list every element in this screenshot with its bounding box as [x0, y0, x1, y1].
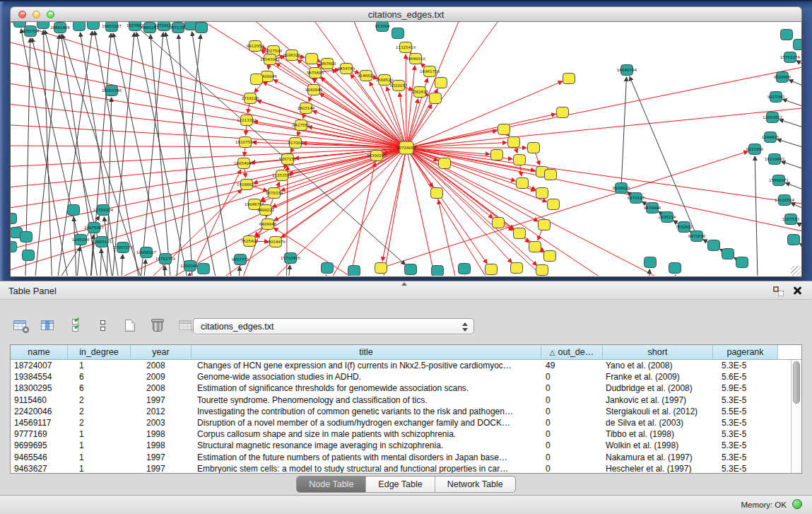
- graph-node[interactable]: 9671355: [170, 23, 187, 33]
- table-cell[interactable]: 5.5E-5: [713, 406, 778, 417]
- table-mode-icon[interactable]: [11, 316, 28, 334]
- graph-node[interactable]: [563, 74, 575, 84]
- table-cell[interactable]: 0: [541, 406, 603, 417]
- tab-network-table[interactable]: Network Table: [435, 477, 515, 492]
- table-cell[interactable]: 5.3E-5: [713, 428, 778, 440]
- table-cell[interactable]: Structural magnetic resonance image aver…: [192, 440, 541, 451]
- graph-node[interactable]: [459, 264, 471, 274]
- table-cell[interactable]: 1998: [131, 428, 192, 440]
- table-cell[interactable]: 5.3E-5: [713, 395, 778, 406]
- graph-node[interactable]: 19166825: [237, 180, 257, 190]
- graph-node[interactable]: 12905135: [92, 237, 112, 247]
- graph-node[interactable]: [14, 22, 26, 28]
- row-height-icon[interactable]: [94, 316, 111, 334]
- graph-node[interactable]: [392, 28, 404, 39]
- table-cell[interactable]: Dudbridge et al. (2008): [603, 382, 713, 394]
- table-cell[interactable]: 1: [68, 452, 131, 463]
- graph-node[interactable]: 5678334: [266, 188, 283, 199]
- table-cell[interactable]: Nakamura et al. (1997): [603, 452, 713, 463]
- table-cell[interactable]: 0: [541, 382, 603, 394]
- graph-node[interactable]: [251, 74, 263, 85]
- graph-node-hub[interactable]: 18724007: [396, 141, 416, 154]
- scrollbar-thumb[interactable]: [793, 361, 800, 404]
- graph-node[interactable]: 18640910: [406, 54, 425, 64]
- graph-node[interactable]: [348, 266, 360, 276]
- network-view-window[interactable]: citations_edges.txt 40557142069140610653…: [10, 6, 802, 277]
- graph-node[interactable]: 8938923: [613, 183, 630, 194]
- graph-node[interactable]: [517, 178, 529, 189]
- table-cell[interactable]: Jankovic et al. (1997): [603, 395, 713, 406]
- graph-node[interactable]: 16782759: [155, 254, 175, 264]
- graph-node[interactable]: 8186328: [283, 50, 301, 61]
- graph-node[interactable]: [736, 257, 748, 268]
- column-header-year[interactable]: year: [131, 345, 192, 359]
- table-row[interactable]: 1830029562008Estimation of significance …: [11, 382, 801, 394]
- graph-node[interactable]: [544, 251, 556, 262]
- create-column-icon[interactable]: [122, 316, 139, 334]
- graph-node[interactable]: [405, 264, 417, 275]
- graph-node[interactable]: 8215958: [746, 144, 764, 155]
- table-cell[interactable]: 2009: [131, 371, 192, 382]
- graph-node[interactable]: 5267150: [279, 154, 297, 165]
- graph-node[interactable]: [548, 199, 560, 210]
- table-cell[interactable]: Estimation of the future numbers of pati…: [192, 452, 541, 463]
- show-columns-icon[interactable]: [39, 316, 56, 334]
- graph-node[interactable]: 12213383: [237, 115, 257, 126]
- graph-node[interactable]: [669, 263, 681, 274]
- graph-node[interactable]: [508, 137, 520, 148]
- graph-node[interactable]: [536, 188, 548, 199]
- table-row[interactable]: 969969511998Structural magnetic resonanc…: [11, 440, 801, 451]
- graph-node[interactable]: [430, 93, 442, 104]
- table-cell[interactable]: 9699695: [11, 440, 68, 451]
- graph-node[interactable]: [431, 188, 443, 199]
- graph-node[interactable]: [322, 263, 334, 274]
- table-cell[interactable]: Genome-wide association studies in ADHD.: [192, 371, 541, 382]
- table-cell[interactable]: 22420046: [11, 406, 68, 417]
- table-cell[interactable]: 9777169: [11, 428, 68, 440]
- table-cell[interactable]: Tibbo et al. (1998): [603, 428, 713, 440]
- graph-node[interactable]: 20691406: [50, 23, 70, 33]
- table-cell[interactable]: 0: [541, 428, 603, 440]
- graph-node[interactable]: [781, 30, 793, 40]
- table-row[interactable]: 946554611997Estimation of the future num…: [11, 452, 801, 463]
- column-header-title[interactable]: title: [192, 345, 541, 359]
- graph-node[interactable]: 1244415: [762, 132, 779, 143]
- graph-node[interactable]: [536, 265, 548, 276]
- table-cell[interactable]: 2: [68, 417, 131, 428]
- graph-node[interactable]: [11, 242, 17, 252]
- table-row[interactable]: 977716911998Corpus callosum shape and si…: [11, 428, 801, 440]
- table-cell[interactable]: 1: [68, 428, 131, 440]
- table-cell[interactable]: 2: [68, 395, 131, 406]
- graph-node[interactable]: [196, 23, 208, 33]
- window-titlebar[interactable]: citations_edges.txt: [10, 6, 802, 22]
- graph-node[interactable]: 2718126: [242, 93, 259, 104]
- graph-node[interactable]: [545, 170, 557, 180]
- graph-node[interactable]: 16210643: [765, 154, 784, 165]
- graph-node[interactable]: 15992971: [769, 175, 789, 186]
- graph-node[interactable]: [435, 78, 447, 88]
- tab-node-table[interactable]: Node Table: [297, 477, 365, 492]
- graph-node[interactable]: 10653287: [102, 22, 122, 32]
- graph-node[interactable]: 8427552: [293, 120, 310, 131]
- table-row[interactable]: 1938455462009Genome-wide association stu…: [11, 371, 801, 382]
- graph-node[interactable]: [73, 22, 86, 31]
- table-cell[interactable]: de Silva et al. (2003): [603, 417, 713, 428]
- graph-node[interactable]: [23, 250, 35, 261]
- table-row[interactable]: 946362711997Embryonic stem cells: a mode…: [11, 463, 801, 474]
- table-cell[interactable]: 5.3E-5: [713, 463, 778, 474]
- graph-node[interactable]: 16961758: [420, 66, 440, 77]
- table-cell[interactable]: 1998: [131, 440, 192, 451]
- graph-node[interactable]: [708, 240, 720, 251]
- graph-node[interactable]: [788, 235, 800, 245]
- table-cell[interactable]: Wolkin et al. (1998): [603, 440, 713, 451]
- graph-node[interactable]: 8322037: [390, 81, 408, 91]
- close-panel-icon[interactable]: [792, 286, 802, 296]
- table-cell[interactable]: Stergiakouli et al. (2012): [603, 406, 713, 417]
- table-cell[interactable]: Estimation of significance thresholds fo…: [192, 382, 541, 394]
- tab-edge-table[interactable]: Edge Table: [365, 477, 434, 492]
- table-cell[interactable]: 18724007: [11, 360, 68, 371]
- graph-node[interactable]: [306, 54, 318, 64]
- graph-node[interactable]: [794, 40, 802, 50]
- table-cell[interactable]: 0: [541, 395, 603, 406]
- graph-node[interactable]: [486, 264, 498, 275]
